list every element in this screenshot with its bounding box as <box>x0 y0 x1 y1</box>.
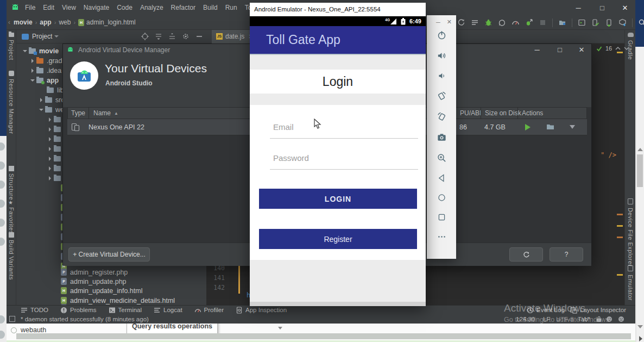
tree-item-file[interactable]: Padmin_register.php <box>16 268 206 277</box>
stripe-mark[interactable] <box>617 214 623 215</box>
back-icon[interactable] <box>437 173 446 183</box>
login-button[interactable]: LOGIN <box>259 189 417 209</box>
sidebar-tab-project[interactable]: Project <box>8 40 15 60</box>
tab-logcat[interactable]: Logcat <box>154 307 182 314</box>
col-size-on-disk[interactable]: Size on Disk <box>485 109 521 117</box>
indent-style[interactable]: Tab* <box>578 316 590 322</box>
maximize-icon[interactable]: □ <box>552 46 568 54</box>
menu-file[interactable]: File <box>25 4 35 11</box>
menu-code[interactable]: Code <box>117 4 132 11</box>
attach-debugger-icon[interactable] <box>498 18 506 27</box>
tab-profiler[interactable]: Profiler <box>194 307 224 314</box>
tree-item-file[interactable]: Hadmin_update_info.html <box>16 286 206 295</box>
register-button[interactable]: Register <box>259 229 417 249</box>
sdk-manager-icon[interactable] <box>618 18 627 27</box>
tab-problems[interactable]: Problems <box>60 307 97 314</box>
project-panel-title[interactable]: Project <box>32 33 52 40</box>
scroll-right-icon[interactable] <box>639 336 642 341</box>
prev-match-icon[interactable] <box>615 46 621 51</box>
settings-gear-icon[interactable] <box>182 33 190 40</box>
profiler-icon[interactable] <box>512 18 520 27</box>
expand-all-icon[interactable] <box>155 33 162 40</box>
overview-icon[interactable] <box>437 213 446 222</box>
scrollbar-thumb[interactable] <box>637 154 643 187</box>
tab-layout-inspector[interactable]: Layout Inspector <box>570 307 626 314</box>
col-type[interactable]: Type <box>71 109 89 117</box>
maximize-icon[interactable]: □ <box>594 4 610 12</box>
collapse-all-icon[interactable] <box>168 33 176 40</box>
hide-panel-icon[interactable] <box>195 33 203 40</box>
rotate-right-icon[interactable] <box>437 111 447 122</box>
scroll-up-icon[interactable] <box>637 148 643 151</box>
line-ending[interactable]: LF <box>543 316 550 322</box>
stop-icon[interactable] <box>539 18 547 27</box>
next-match-icon[interactable] <box>624 46 629 51</box>
zoom-icon[interactable] <box>437 153 447 163</box>
tab-todo[interactable]: TODO <box>21 307 48 314</box>
minimize-icon[interactable]: ─ <box>570 4 586 12</box>
menu-refactor[interactable]: Refactor <box>171 4 195 11</box>
close-icon[interactable]: ✕ <box>573 46 590 54</box>
launch-play-icon[interactable] <box>525 124 531 130</box>
sidebar-tab-emulator[interactable]: Emulator <box>627 275 634 301</box>
search-everywhere-icon[interactable] <box>638 18 644 27</box>
col-cpu-abi[interactable]: PU/ABI <box>460 109 481 117</box>
sidebar-tab-favorites[interactable]: Favorites <box>8 207 15 234</box>
breadcrumb-item[interactable]: movie <box>14 18 33 26</box>
tab-app-inspection[interactable]: App Inspection <box>236 307 287 314</box>
stripe-mark[interactable] <box>617 52 623 53</box>
scroll-down-icon[interactable] <box>637 325 643 328</box>
close-icon[interactable]: ✕ <box>447 18 452 26</box>
encoding[interactable]: UTF-8 <box>556 316 574 322</box>
minimize-icon[interactable]: ─ <box>436 19 440 26</box>
open-folder-icon[interactable] <box>546 123 555 130</box>
sidebar-tab-build-variants[interactable]: Build Variants <box>8 240 15 280</box>
logcat-icon[interactable] <box>578 18 586 27</box>
refresh-button[interactable] <box>509 247 543 262</box>
menu-edit[interactable]: Edit <box>43 4 54 11</box>
device-manager-icon[interactable] <box>591 18 599 27</box>
dropdown-caret-icon[interactable] <box>278 327 282 329</box>
stripe-mark[interactable] <box>617 225 623 227</box>
apply-changes-icon[interactable] <box>525 18 533 27</box>
menu-build[interactable]: Build <box>203 4 218 11</box>
project-structure-icon[interactable] <box>558 18 566 27</box>
build-icon[interactable] <box>471 18 479 27</box>
emulator-title-bar[interactable]: Android Emulator - Nexus_One_API_22:5554 <box>250 3 426 16</box>
more-icon[interactable] <box>437 232 446 241</box>
sync-icon[interactable] <box>457 18 465 27</box>
tab-event-log[interactable]: Event Log <box>527 307 565 314</box>
menu-view[interactable]: View <box>62 4 76 11</box>
volume-down-icon[interactable] <box>437 71 446 80</box>
status-message[interactable]: * daemon started successfully (8 minutes… <box>21 316 149 322</box>
tool-window-toggle-icon[interactable] <box>9 316 15 322</box>
background-window-scrollbar[interactable] <box>635 47 644 342</box>
debug-icon[interactable] <box>484 18 493 27</box>
home-icon[interactable] <box>437 193 446 202</box>
stripe-mark[interactable] <box>617 237 623 238</box>
chevron-down-icon[interactable] <box>54 35 59 38</box>
breadcrumb-item[interactable]: web <box>59 18 71 26</box>
sidebar-tab-structure[interactable]: Structure <box>8 173 15 200</box>
locate-icon[interactable] <box>141 33 149 40</box>
sidebar-tab-resource-manager[interactable]: Resource Manager <box>8 79 15 134</box>
rotate-left-icon[interactable] <box>437 91 447 101</box>
horizontal-scrollbar[interactable] <box>16 333 631 339</box>
close-icon[interactable]: ✕ <box>617 4 633 12</box>
lock-icon[interactable] <box>596 316 602 322</box>
happy-face-icon[interactable] <box>606 316 613 322</box>
sidebar-tab-device-file-explorer[interactable]: Device File Explorer <box>627 208 634 266</box>
avd-manager-icon[interactable] <box>605 18 613 27</box>
stripe-mark[interactable] <box>617 274 623 276</box>
tree-item-file[interactable]: Padmin_update.php <box>16 277 206 286</box>
caret-position[interactable]: 124:30 <box>516 316 535 322</box>
breadcrumb-item[interactable]: app <box>40 18 51 26</box>
help-button[interactable]: ? <box>550 247 583 262</box>
col-actions[interactable]: Actions <box>522 109 543 117</box>
scrollbar-track[interactable] <box>636 47 644 342</box>
menu-run[interactable]: Run <box>225 4 237 11</box>
create-virtual-device-button[interactable]: + Create Virtual Device... <box>68 247 150 262</box>
power-icon[interactable] <box>437 30 447 40</box>
menu-navigate[interactable]: Navigate <box>84 4 109 11</box>
breadcrumb-file[interactable]: admin_login.html <box>86 18 136 26</box>
